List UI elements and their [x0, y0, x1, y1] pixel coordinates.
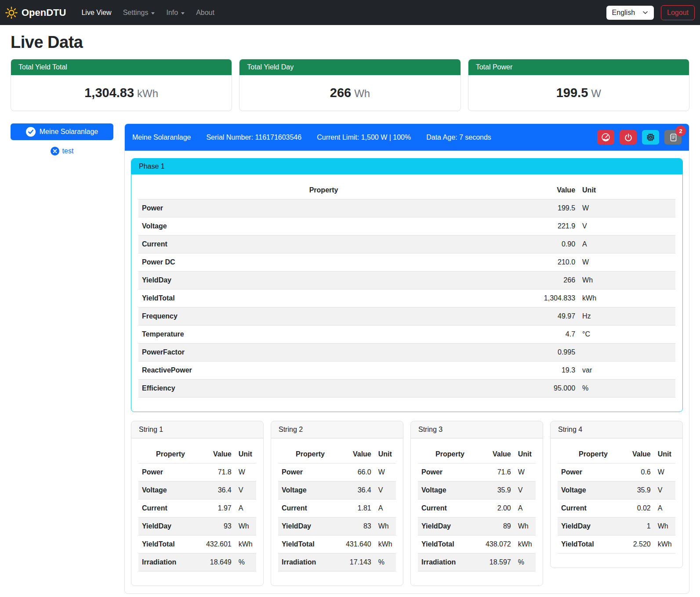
nav-link-live-view[interactable]: Live View [76, 5, 117, 20]
property-cell: Voltage [278, 481, 342, 499]
table-row: Current0.90A [138, 235, 675, 253]
table-row: Current1.97A [138, 499, 256, 517]
nav-link-settings[interactable]: Settings [117, 5, 161, 20]
value-cell: 210.0 [509, 253, 579, 271]
event-log-button[interactable]: 2 [664, 130, 682, 145]
unit-cell: Wh [515, 517, 536, 535]
property-cell: Current [138, 235, 509, 253]
property-cell: Power DC [138, 253, 509, 271]
inverter-sidebar: Meine Solaranlage test [11, 123, 113, 156]
inverter-card-header: Meine Solaranlage Serial Number: 1161716… [125, 124, 689, 151]
table-row: Power0.6W [558, 463, 675, 481]
power-button[interactable] [620, 130, 637, 145]
table-row: Voltage35.9V [418, 481, 536, 499]
value-cell: 0.02 [629, 499, 654, 517]
phase-1-card: Phase 1 Property Value Unit [131, 158, 683, 412]
string-3-title: String 3 [411, 421, 543, 438]
value-cell: 266 [509, 271, 579, 289]
value-cell: 35.9 [482, 481, 515, 499]
inverter-item-test[interactable]: test [11, 147, 113, 156]
property-cell: Power [278, 463, 342, 481]
brand[interactable]: OpenDTU [5, 7, 66, 19]
nav-link-about[interactable]: About [190, 5, 220, 20]
device-info-button[interactable] [642, 130, 659, 145]
table-row: Irradiation18.649% [138, 554, 256, 572]
inverter-serial: Serial Number: 116171603546 [206, 134, 301, 141]
summary-cards-row: Total Yield Total 1,304.83kWh Total Yiel… [11, 59, 689, 111]
unit-cell: kWh [375, 535, 396, 554]
column-header-property: Property [138, 181, 509, 199]
table-row: Voltage35.9V [558, 481, 675, 499]
value-cell: 431.640 [342, 535, 375, 554]
unit-cell: W [515, 463, 536, 481]
string-1-title: String 1 [131, 421, 263, 438]
unit-cell: Wh [235, 517, 256, 535]
column-header-unit: Unit [654, 445, 675, 463]
sun-icon [5, 7, 18, 19]
top-navbar: OpenDTU Live View Settings Info About En… [0, 0, 700, 25]
value-cell: 36.4 [342, 481, 375, 499]
table-header-row: Property Value Unit [418, 445, 536, 463]
inverter-limit: Current Limit: 1,500 W | 100% [317, 134, 411, 141]
value-cell: 438.072 [482, 535, 515, 554]
value-cell: 35.9 [629, 481, 654, 499]
table-row: Power199.5W [138, 199, 675, 217]
table-row: YieldDay266Wh [138, 271, 675, 289]
property-cell: YieldTotal [138, 535, 203, 554]
summary-card-total-power: Total Power 199.5W [468, 59, 689, 111]
limit-settings-button[interactable] [597, 130, 614, 145]
value-cell: 0.6 [629, 463, 654, 481]
summary-unit: Wh [354, 87, 370, 99]
string-4-title: String 4 [551, 421, 682, 438]
summary-value: 199.5 [556, 86, 588, 100]
value-cell: 93 [203, 517, 235, 535]
column-header-value: Value [482, 445, 515, 463]
inverter-select-button[interactable]: Meine Solaranlage [11, 123, 113, 140]
unit-cell: kWh [515, 535, 536, 554]
table-header-row: Property Value Unit [278, 445, 396, 463]
unit-cell: Wh [654, 517, 675, 535]
language-select[interactable]: English [606, 6, 654, 20]
property-cell: PowerFactor [138, 344, 509, 362]
nav-link-info[interactable]: Info [160, 5, 190, 20]
summary-card-total-yield-total: Total Yield Total 1,304.83kWh [11, 59, 232, 111]
value-cell: 1.97 [203, 499, 235, 517]
chevron-down-icon [151, 12, 155, 14]
table-row: YieldTotal438.072kWh [418, 535, 536, 554]
inverter-actions: 2 [597, 130, 682, 145]
table-row: Current0.02A [558, 499, 675, 517]
column-header-value: Value [629, 445, 654, 463]
property-cell: Current [418, 499, 482, 517]
summary-card-title: Total Yield Day [239, 59, 460, 75]
value-cell: 2.00 [482, 499, 515, 517]
power-icon [624, 133, 633, 142]
table-header-row: Property Value Unit [138, 445, 256, 463]
table-row: Voltage221.9V [138, 217, 675, 235]
unit-cell: Hz [579, 308, 675, 326]
table-row: Voltage36.4V [138, 481, 256, 499]
table-row: Frequency49.97Hz [138, 308, 675, 326]
unit-cell: % [515, 554, 536, 572]
logout-button[interactable]: Logout [661, 5, 695, 20]
property-cell: Power [558, 463, 629, 481]
unit-cell: Wh [375, 517, 396, 535]
property-cell: ReactivePower [138, 362, 509, 380]
column-header-value: Value [342, 445, 375, 463]
inverter-select-label: Meine Solaranlage [40, 128, 98, 136]
column-header-unit: Unit [375, 445, 396, 463]
value-cell: 71.8 [203, 463, 235, 481]
property-cell: Power [418, 463, 482, 481]
unit-cell: kWh [654, 535, 675, 554]
phase-1-title: Phase 1 [131, 159, 682, 174]
brand-name: OpenDTU [22, 7, 66, 18]
value-cell: 4.7 [509, 326, 579, 344]
table-header-row: Property Value Unit [558, 445, 675, 463]
phase-1-body: Property Value Unit Power199.5WVoltage22… [131, 174, 682, 412]
inverter-item-label: test [62, 147, 74, 155]
table-row: Power DC210.0W [138, 253, 675, 271]
table-row: YieldDay1Wh [558, 517, 675, 535]
summary-unit: kWh [137, 87, 158, 99]
string-2-card: String 2 Property Value Unit [271, 421, 403, 586]
property-cell: Temperature [138, 326, 509, 344]
string-2-table: Property Value Unit Power66.0WVoltage36.… [278, 445, 396, 572]
